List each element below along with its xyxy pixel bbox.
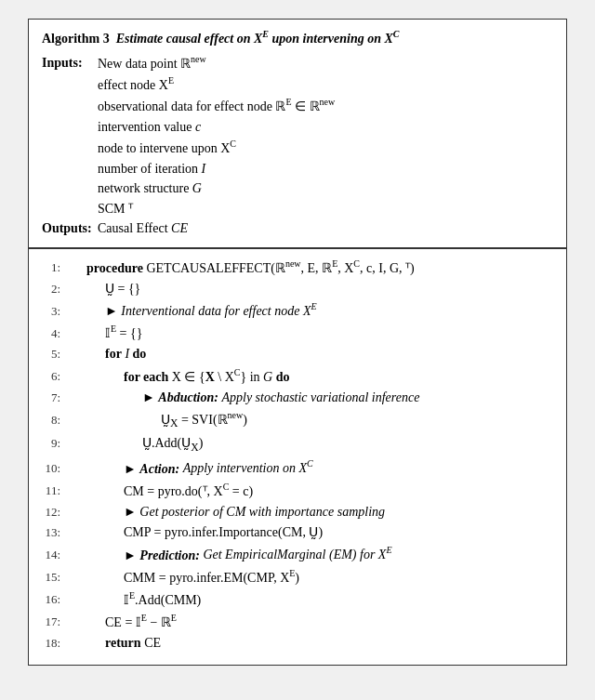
line-2: 2: Ṵ = {} <box>42 279 553 299</box>
line-number-9: 9: <box>42 434 68 454</box>
line-content-5: for I do <box>68 344 553 364</box>
line-5: 5: for I do <box>42 344 553 364</box>
line-3: 3: ► Interventional data for effect node… <box>42 299 553 322</box>
line-number-2: 2: <box>42 280 68 299</box>
inputs-content: New data point ℝnew effect node XE obser… <box>98 52 553 219</box>
input-item-7: network structure G <box>98 178 553 199</box>
line-number-12: 12: <box>42 503 68 522</box>
line-number-6: 6: <box>42 367 68 387</box>
line-number-8: 8: <box>42 411 68 430</box>
line-number-3: 3: <box>42 302 68 322</box>
algorithm-header: Algorithm 3 Estimate causal effect on XE… <box>29 20 566 248</box>
line-7: 7: ► Abduction: Apply stochastic variati… <box>42 388 553 408</box>
line-number-7: 7: <box>42 389 68 408</box>
line-14: 14: ► Prediction: Get EmpiricalMarginal … <box>42 544 553 566</box>
line-content-12: ► Get posterior of CM with importance sa… <box>68 502 553 522</box>
algorithm-body: 1: procedure GetCausalEffect(ℝnew, E, ℝE… <box>29 249 566 665</box>
line-content-9: Ṵ.Add(ṴX) <box>68 433 553 456</box>
line-content-18: return CE <box>68 633 553 654</box>
line-number-11: 11: <box>42 482 68 501</box>
line-number-18: 18: <box>42 634 68 654</box>
line-number-4: 4: <box>42 324 68 344</box>
line-13: 13: CMP = pyro.infer.Importance(CM, Ṵ) <box>42 522 553 543</box>
line-9: 9: Ṵ.Add(ṴX) <box>42 433 553 456</box>
line-16: 16: 𝕀E.Add(CMM) <box>42 588 553 611</box>
line-15: 15: CMM = pyro.infer.EM(CMP, XE) <box>42 566 553 588</box>
line-17: 17: CE = 𝕀E − ℝE <box>42 611 553 633</box>
algorithm-box: Algorithm 3 Estimate causal effect on XE… <box>28 19 567 666</box>
line-number-14: 14: <box>42 546 68 565</box>
line-number-5: 5: <box>42 345 68 364</box>
line-content-11: CM = pyro.do(ᵀ, XC = c) <box>68 480 553 502</box>
line-number-13: 13: <box>42 523 68 543</box>
line-content-16: 𝕀E.Add(CMM) <box>68 588 553 611</box>
input-item-3: observational data for effect node ℝE ∈ … <box>98 95 553 116</box>
inputs-section: Inputs: New data point ℝnew effect node … <box>42 52 553 236</box>
line-content-4: 𝕀E = {} <box>68 322 553 344</box>
line-1: 1: procedure GetCausalEffect(ℝnew, E, ℝE… <box>42 257 553 279</box>
line-content-8: ṴX = SVI(ℝnew) <box>68 408 553 433</box>
outputs-label: Outputs: <box>42 221 98 236</box>
input-item-5: node to intervene upon XC <box>98 137 553 158</box>
line-4: 4: 𝕀E = {} <box>42 322 553 344</box>
line-content-13: CMP = pyro.infer.Importance(CM, Ṵ) <box>68 522 553 543</box>
input-item-8: SCM ᵀ <box>98 199 553 219</box>
line-18: 18: return CE <box>42 633 553 654</box>
algorithm-title: Algorithm 3 Estimate causal effect on XE… <box>42 29 553 46</box>
line-11: 11: CM = pyro.do(ᵀ, XC = c) <box>42 480 553 502</box>
line-number-15: 15: <box>42 568 68 588</box>
outputs-row: Outputs: Causal Effect CE <box>42 221 553 236</box>
line-8: 8: ṴX = SVI(ℝnew) <box>42 408 553 433</box>
line-content-14: ► Prediction: Get EmpiricalMarginal (EM)… <box>68 544 553 566</box>
algorithm-number: Algorithm 3 <box>42 32 110 46</box>
outputs-content: Causal Effect CE <box>98 221 188 236</box>
line-content-2: Ṵ = {} <box>68 279 553 299</box>
line-number-17: 17: <box>42 613 68 632</box>
line-12: 12: ► Get posterior of CM with importanc… <box>42 502 553 522</box>
line-number-10: 10: <box>42 459 68 479</box>
line-number-1: 1: <box>42 258 68 278</box>
line-content-3: ► Interventional data for effect node XE <box>68 299 553 322</box>
input-item-1: New data point ℝnew <box>98 52 553 73</box>
input-item-6: number of iteration I <box>98 159 553 179</box>
line-content-15: CMM = pyro.infer.EM(CMP, XE) <box>68 566 553 588</box>
input-item-4: intervention value c <box>98 117 553 138</box>
inputs-label: Inputs: <box>42 56 98 71</box>
line-content-17: CE = 𝕀E − ℝE <box>68 611 553 633</box>
line-content-1: procedure GetCausalEffect(ℝnew, E, ℝE, X… <box>68 257 553 279</box>
line-content-7: ► Abduction: Apply stochastic variationa… <box>68 388 553 408</box>
line-content-10: ► Action: Apply intervention on XC <box>68 457 553 480</box>
line-number-16: 16: <box>42 590 68 610</box>
line-6: 6: for each X ∈ {X \ XC} in G do <box>42 365 553 388</box>
line-content-6: for each X ∈ {X \ XC} in G do <box>68 365 553 388</box>
line-10: 10: ► Action: Apply intervention on XC <box>42 457 553 480</box>
inputs-row: Inputs: New data point ℝnew effect node … <box>42 52 553 219</box>
input-item-2: effect node XE <box>98 73 553 95</box>
algorithm-description: Estimate causal effect on XE upon interv… <box>112 32 399 46</box>
